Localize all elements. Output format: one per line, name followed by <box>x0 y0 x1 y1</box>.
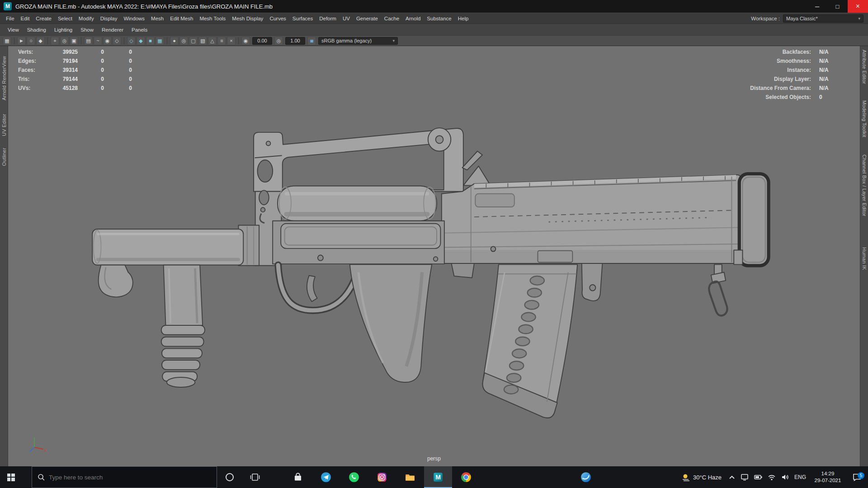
taskbar-app-instagram[interactable] <box>368 466 396 488</box>
panel-menu-panels[interactable]: Panels <box>127 27 151 33</box>
snap-grid-icon[interactable]: ▤ <box>84 37 93 45</box>
menu-edit[interactable]: Edit <box>18 13 33 24</box>
start-button[interactable] <box>0 466 22 488</box>
camera-label: persp <box>427 455 441 462</box>
multisample-icon[interactable]: ▧ <box>198 37 207 45</box>
panel-menu-shading[interactable]: Shading <box>23 27 50 33</box>
weather-widget[interactable]: 30°C Haze <box>677 473 726 482</box>
grease-pencil-icon[interactable]: × <box>227 37 236 45</box>
menu-cache[interactable]: Cache <box>381 13 402 24</box>
menu-deform[interactable]: Deform <box>316 13 340 24</box>
exposure-field[interactable]: 0.00 <box>252 37 272 45</box>
rotate-tool-icon[interactable]: ◎ <box>60 37 69 45</box>
taskbar-app-file-explorer[interactable] <box>396 466 424 488</box>
tray-network-button[interactable] <box>765 473 778 482</box>
lasso-tool-icon[interactable]: ○ <box>27 37 35 45</box>
tab-human-ik[interactable]: Human IK <box>862 247 867 270</box>
ambient-occlusion-icon[interactable]: ◎ <box>179 37 188 45</box>
cortana-button[interactable] <box>217 466 242 488</box>
menu-display[interactable]: Display <box>97 13 121 24</box>
shading-lights-icon[interactable]: ▦ <box>156 37 164 45</box>
menu-arnold[interactable]: Arnold <box>402 13 424 24</box>
panel-menu-view[interactable]: View <box>4 27 23 33</box>
minimize-button[interactable]: ─ <box>807 0 827 13</box>
menu-uv[interactable]: UV <box>340 13 353 24</box>
close-button[interactable]: × <box>848 0 868 13</box>
tab-arnold-renderview[interactable]: Arnold RenderView <box>1 56 7 100</box>
panel-menu-lighting[interactable]: Lighting <box>50 27 76 33</box>
taskbar-search[interactable] <box>32 466 217 488</box>
taskbar-clock[interactable]: 14:29 29-07-2021 <box>808 470 847 484</box>
menu-select[interactable]: Select <box>55 13 75 24</box>
shading-textured-icon[interactable]: ■ <box>146 37 155 45</box>
viewport-3d[interactable]: Verts:3992500 Edges:7919400 Faces:393140… <box>8 46 860 466</box>
taskbar-app-whatsapp[interactable] <box>340 466 368 488</box>
menu-generate[interactable]: Generate <box>353 13 381 24</box>
paint-tool-icon[interactable]: ◆ <box>36 37 45 45</box>
search-input[interactable] <box>49 474 211 481</box>
left-tab-strip: Arnold RenderView UV Editor Outliner <box>0 46 8 466</box>
maya-icon: M <box>432 471 444 483</box>
snap-curve-icon[interactable]: ~ <box>94 37 102 45</box>
search-icon <box>38 474 44 481</box>
maximize-button[interactable]: □ <box>827 0 848 13</box>
contrast-icon[interactable]: ◎ <box>274 37 283 45</box>
panel-menu-show[interactable]: Show <box>76 27 98 33</box>
tab-outliner[interactable]: Outliner <box>1 148 7 166</box>
menu-file[interactable]: File <box>3 13 18 24</box>
snap-point-icon[interactable]: ◉ <box>103 37 112 45</box>
xray-icon[interactable]: △ <box>208 37 217 45</box>
divider <box>81 37 81 44</box>
menu-modify[interactable]: Modify <box>75 13 97 24</box>
workspace-dropdown[interactable]: Maya Classic* ▾ <box>783 14 863 23</box>
taskbar-app-blue[interactable] <box>572 466 600 488</box>
file-explorer-icon <box>404 471 416 483</box>
taskbar-app-store[interactable] <box>284 466 312 488</box>
isolate-select-icon[interactable]: ≡ <box>217 37 226 45</box>
exposure-icon[interactable]: ◉ <box>241 37 250 45</box>
shadows-icon[interactable]: ● <box>170 37 179 45</box>
tray-volume-button[interactable] <box>778 473 792 482</box>
menu-create[interactable]: Create <box>33 13 55 24</box>
colorspace-dropdown[interactable]: sRGB gamma (legacy) ▾ <box>318 37 398 45</box>
menu-edit-mesh[interactable]: Edit Mesh <box>167 13 196 24</box>
menu-substance[interactable]: Substance <box>424 13 454 24</box>
tab-attribute-editor[interactable]: Attribute Editor <box>862 50 867 84</box>
tab-channel-box[interactable]: Channel Box / Layer Editor <box>862 155 867 216</box>
panel-layout-icon[interactable]: ▦ <box>3 37 11 45</box>
maya-app-icon: M <box>4 2 12 10</box>
taskbar-app-maya[interactable]: M <box>424 466 452 488</box>
select-tool-icon[interactable]: ► <box>17 37 26 45</box>
tab-uv-editor[interactable]: UV Editor <box>1 114 7 136</box>
instagram-icon <box>376 471 388 483</box>
menu-curves[interactable]: Curves <box>266 13 289 24</box>
scale-tool-icon[interactable]: ▣ <box>70 37 78 45</box>
hidden-icons-button[interactable] <box>726 473 738 481</box>
taskbar-app-telegram[interactable] <box>312 466 340 488</box>
divider <box>14 37 14 44</box>
panel-menu-bar: View Shading Lighting Show Renderer Pane… <box>0 23 868 35</box>
tray-display-button[interactable] <box>738 473 751 482</box>
menu-mesh-display[interactable]: Mesh Display <box>229 13 266 24</box>
shading-smooth-icon[interactable]: ◆ <box>137 37 145 45</box>
tab-modeling-toolkit[interactable]: Modeling Toolkit <box>862 100 867 137</box>
menu-surfaces[interactable]: Surfaces <box>289 13 316 24</box>
panel-menu-renderer[interactable]: Renderer <box>98 27 127 33</box>
shading-wireframe-icon[interactable]: ◇ <box>127 37 136 45</box>
snap-plane-icon[interactable]: ◇ <box>113 37 121 45</box>
menu-windows[interactable]: Windows <box>120 13 148 24</box>
menu-mesh[interactable]: Mesh <box>148 13 167 24</box>
whatsapp-icon <box>348 471 360 483</box>
color-management-icon[interactable]: ◙ <box>307 37 316 45</box>
action-center-button[interactable]: 5 <box>847 472 866 482</box>
menu-mesh-tools[interactable]: Mesh Tools <box>196 13 229 24</box>
move-tool-icon[interactable]: + <box>51 37 59 45</box>
gamma-field[interactable]: 1.00 <box>285 37 305 45</box>
language-indicator[interactable]: ENG <box>792 474 808 480</box>
task-view-button[interactable] <box>242 466 268 488</box>
tray-battery-button[interactable] <box>751 473 765 482</box>
menu-help[interactable]: Help <box>455 13 472 24</box>
chevron-down-icon: ▾ <box>858 16 860 21</box>
taskbar-app-chrome[interactable] <box>452 466 480 488</box>
motion-blur-icon[interactable]: ▢ <box>189 37 198 45</box>
